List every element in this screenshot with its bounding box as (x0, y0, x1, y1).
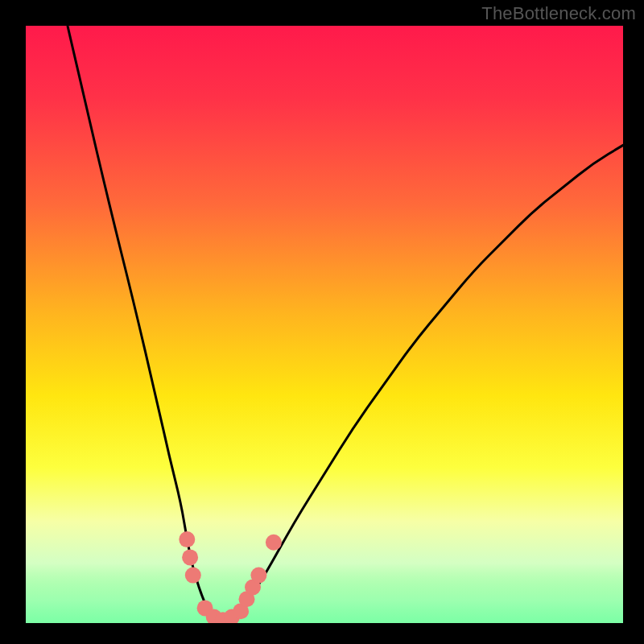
bottleneck-chart (0, 0, 644, 644)
data-marker (266, 535, 282, 551)
chart-frame: TheBottleneck.com (0, 0, 644, 644)
optimal-band (26, 559, 623, 644)
gradient-background (26, 26, 623, 623)
data-marker (185, 568, 201, 584)
data-marker (182, 549, 198, 565)
data-marker (179, 531, 195, 547)
data-marker (250, 568, 266, 584)
